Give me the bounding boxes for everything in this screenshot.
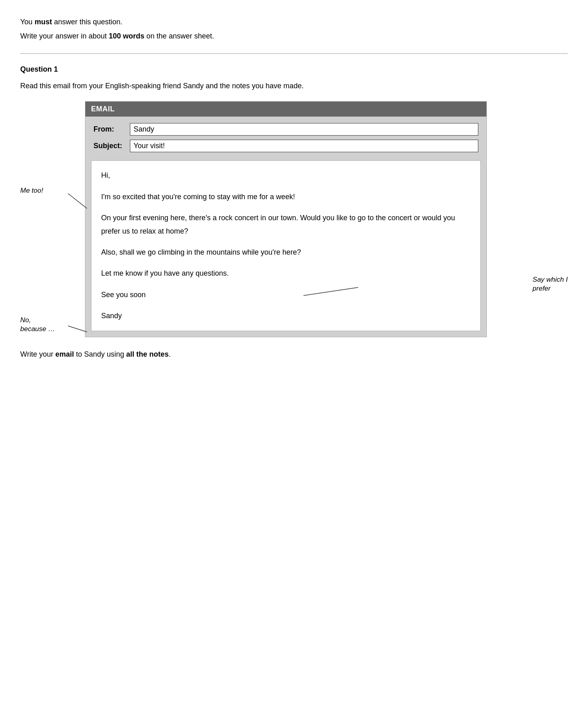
must-answer-line: You must answer this question. bbox=[20, 16, 568, 28]
instructions: You must answer this question. Write you… bbox=[20, 16, 568, 42]
body-concert: On your first evening here, there's a ro… bbox=[101, 211, 471, 238]
from-value: Sandy bbox=[130, 123, 478, 136]
body-greeting: Hi, bbox=[101, 169, 471, 182]
svg-line-0 bbox=[68, 194, 87, 208]
page-wrapper: You must answer this question. Write you… bbox=[20, 16, 568, 360]
question-label: Question 1 bbox=[20, 65, 568, 74]
from-label: From: bbox=[93, 125, 130, 134]
svg-line-2 bbox=[68, 326, 87, 332]
email-fields: From: Sandy Subject: Your visit! bbox=[85, 117, 486, 160]
me-too-label: Me too! bbox=[20, 186, 43, 195]
must-bold: must bbox=[34, 18, 52, 26]
email-body: Hi, I'm so excited that you're coming to… bbox=[91, 160, 481, 331]
question-section: Question 1 Read this email from your Eng… bbox=[20, 65, 568, 360]
email-box: EMAIL From: Sandy Subject: Your visit! H… bbox=[85, 101, 487, 337]
email-header-bar: EMAIL bbox=[85, 102, 486, 117]
words-bold: 100 words bbox=[109, 32, 144, 40]
words-line: Write your answer in about 100 words on … bbox=[20, 30, 568, 42]
no-because-label: No,because … bbox=[20, 316, 55, 334]
subject-label: Subject: bbox=[93, 142, 130, 150]
body-climbing: Also, shall we go climbing in the mounta… bbox=[101, 246, 471, 259]
from-row: From: Sandy bbox=[93, 123, 478, 136]
body-see-you: See you soon bbox=[101, 288, 471, 301]
email-body-wrapper: Hi, I'm so excited that you're coming to… bbox=[85, 160, 486, 336]
email-bold: email bbox=[55, 350, 74, 358]
say-which-label: Say which Iprefer bbox=[533, 275, 568, 293]
subject-row: Subject: Your visit! bbox=[93, 140, 478, 152]
section-divider bbox=[20, 53, 568, 54]
all-notes-bold: all the notes bbox=[126, 350, 169, 358]
body-excited: I'm so excited that you're coming to sta… bbox=[101, 190, 471, 203]
body-signature: Sandy bbox=[101, 309, 471, 322]
annotation-area: Me too! No,because … EMAIL From: Sandy S… bbox=[20, 101, 568, 337]
body-questions: Let me know if you have any questions. bbox=[101, 267, 471, 280]
question-intro: Read this email from your English-speaki… bbox=[20, 80, 568, 92]
bottom-instruction: Write your email to Sandy using all the … bbox=[20, 349, 568, 360]
subject-value: Your visit! bbox=[130, 140, 478, 152]
